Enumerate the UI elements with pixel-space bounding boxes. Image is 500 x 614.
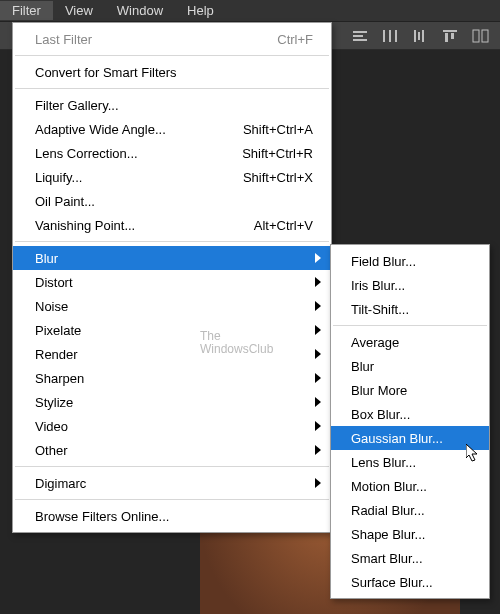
align-top-icon[interactable] bbox=[442, 29, 458, 43]
svg-rect-3 bbox=[383, 30, 385, 42]
submenu-item-label: Radial Blur... bbox=[351, 503, 425, 518]
menubar: Filter View Window Help bbox=[0, 0, 500, 22]
menubar-item-filter[interactable]: Filter bbox=[0, 1, 53, 20]
submenu-item-label: Shape Blur... bbox=[351, 527, 425, 542]
menu-item[interactable]: Video bbox=[13, 414, 331, 438]
menu-separator bbox=[333, 325, 487, 326]
distribute-h-icon[interactable] bbox=[382, 29, 398, 43]
submenu-arrow-icon bbox=[315, 349, 321, 359]
svg-rect-5 bbox=[395, 30, 397, 42]
submenu-item-label: Lens Blur... bbox=[351, 455, 416, 470]
submenu-item[interactable]: Gaussian Blur... bbox=[331, 426, 489, 450]
menu-item-shortcut: Shift+Ctrl+A bbox=[243, 122, 313, 137]
submenu-item[interactable]: Iris Blur... bbox=[331, 273, 489, 297]
submenu-item-label: Smart Blur... bbox=[351, 551, 423, 566]
menu-item[interactable]: Lens Correction...Shift+Ctrl+R bbox=[13, 141, 331, 165]
menu-separator bbox=[15, 241, 329, 242]
submenu-item[interactable]: Lens Blur... bbox=[331, 450, 489, 474]
filter-menu: Last FilterCtrl+FConvert for Smart Filte… bbox=[12, 22, 332, 533]
submenu-item-label: Iris Blur... bbox=[351, 278, 405, 293]
menu-item-label: Lens Correction... bbox=[35, 146, 242, 161]
menu-item[interactable]: Other bbox=[13, 438, 331, 462]
menu-item[interactable]: Distort bbox=[13, 270, 331, 294]
submenu-arrow-icon bbox=[315, 277, 321, 287]
menu-item-label: Vanishing Point... bbox=[35, 218, 254, 233]
menu-item-label: Last Filter bbox=[35, 32, 277, 47]
menu-item[interactable]: Blur bbox=[13, 246, 331, 270]
menu-item[interactable]: Browse Filters Online... bbox=[13, 504, 331, 528]
menu-item-label: Distort bbox=[35, 275, 313, 290]
svg-rect-4 bbox=[389, 30, 391, 42]
submenu-item[interactable]: Blur bbox=[331, 354, 489, 378]
submenu-arrow-icon bbox=[315, 478, 321, 488]
menu-separator bbox=[15, 499, 329, 500]
svg-rect-6 bbox=[414, 30, 416, 42]
submenu-item[interactable]: Field Blur... bbox=[331, 249, 489, 273]
menubar-item-window[interactable]: Window bbox=[105, 1, 175, 20]
menu-separator bbox=[15, 55, 329, 56]
submenu-item-label: Blur bbox=[351, 359, 374, 374]
svg-rect-8 bbox=[422, 30, 424, 42]
menu-item[interactable]: Stylize bbox=[13, 390, 331, 414]
menu-item[interactable]: Noise bbox=[13, 294, 331, 318]
submenu-item[interactable]: Smart Blur... bbox=[331, 546, 489, 570]
menu-item[interactable]: Liquify...Shift+Ctrl+X bbox=[13, 165, 331, 189]
menu-item[interactable]: Digimarc bbox=[13, 471, 331, 495]
menubar-item-help[interactable]: Help bbox=[175, 1, 226, 20]
blur-submenu: Field Blur...Iris Blur...Tilt-Shift...Av… bbox=[330, 244, 490, 599]
submenu-arrow-icon bbox=[315, 325, 321, 335]
menu-item[interactable]: Oil Paint... bbox=[13, 189, 331, 213]
submenu-item[interactable]: Motion Blur... bbox=[331, 474, 489, 498]
menubar-item-view[interactable]: View bbox=[53, 1, 105, 20]
svg-rect-0 bbox=[353, 31, 367, 33]
menu-item-label: Stylize bbox=[35, 395, 313, 410]
submenu-arrow-icon bbox=[315, 421, 321, 431]
svg-rect-10 bbox=[445, 33, 448, 42]
menu-item-label: Other bbox=[35, 443, 313, 458]
submenu-item[interactable]: Shape Blur... bbox=[331, 522, 489, 546]
submenu-item[interactable]: Radial Blur... bbox=[331, 498, 489, 522]
menu-item[interactable]: Convert for Smart Filters bbox=[13, 60, 331, 84]
menu-item[interactable]: Adaptive Wide Angle...Shift+Ctrl+A bbox=[13, 117, 331, 141]
menu-item[interactable]: Vanishing Point...Alt+Ctrl+V bbox=[13, 213, 331, 237]
submenu-arrow-icon bbox=[315, 445, 321, 455]
menu-item-label: Filter Gallery... bbox=[35, 98, 313, 113]
menu-item[interactable]: Pixelate bbox=[13, 318, 331, 342]
submenu-arrow-icon bbox=[315, 253, 321, 263]
submenu-item[interactable]: Surface Blur... bbox=[331, 570, 489, 594]
menu-item-label: Video bbox=[35, 419, 313, 434]
align-icon[interactable] bbox=[352, 29, 368, 43]
svg-rect-13 bbox=[482, 30, 488, 42]
menu-item-label: Pixelate bbox=[35, 323, 313, 338]
menu-item-label: Liquify... bbox=[35, 170, 243, 185]
menu-item[interactable]: Last FilterCtrl+F bbox=[13, 27, 331, 51]
menu-item-label: Render bbox=[35, 347, 313, 362]
menu-separator bbox=[15, 466, 329, 467]
menu-item[interactable]: Sharpen bbox=[13, 366, 331, 390]
svg-rect-2 bbox=[353, 39, 367, 41]
menu-item-label: Convert for Smart Filters bbox=[35, 65, 313, 80]
menu-item-label: Browse Filters Online... bbox=[35, 509, 313, 524]
panels-icon[interactable] bbox=[472, 29, 490, 43]
svg-rect-12 bbox=[473, 30, 479, 42]
menu-item-shortcut: Shift+Ctrl+R bbox=[242, 146, 313, 161]
distribute-v-icon[interactable] bbox=[412, 29, 428, 43]
submenu-item-label: Motion Blur... bbox=[351, 479, 427, 494]
svg-rect-1 bbox=[353, 35, 363, 37]
submenu-item-label: Average bbox=[351, 335, 399, 350]
menu-item[interactable]: Render bbox=[13, 342, 331, 366]
submenu-item[interactable]: Blur More bbox=[331, 378, 489, 402]
svg-rect-11 bbox=[451, 33, 454, 39]
submenu-item-label: Box Blur... bbox=[351, 407, 410, 422]
menu-item-shortcut: Shift+Ctrl+X bbox=[243, 170, 313, 185]
submenu-item[interactable]: Average bbox=[331, 330, 489, 354]
submenu-item-label: Surface Blur... bbox=[351, 575, 433, 590]
submenu-item[interactable]: Box Blur... bbox=[331, 402, 489, 426]
svg-rect-9 bbox=[443, 30, 457, 32]
submenu-item[interactable]: Tilt-Shift... bbox=[331, 297, 489, 321]
submenu-arrow-icon bbox=[315, 373, 321, 383]
menu-item[interactable]: Filter Gallery... bbox=[13, 93, 331, 117]
submenu-item-label: Blur More bbox=[351, 383, 407, 398]
menu-item-label: Adaptive Wide Angle... bbox=[35, 122, 243, 137]
menu-item-shortcut: Alt+Ctrl+V bbox=[254, 218, 313, 233]
